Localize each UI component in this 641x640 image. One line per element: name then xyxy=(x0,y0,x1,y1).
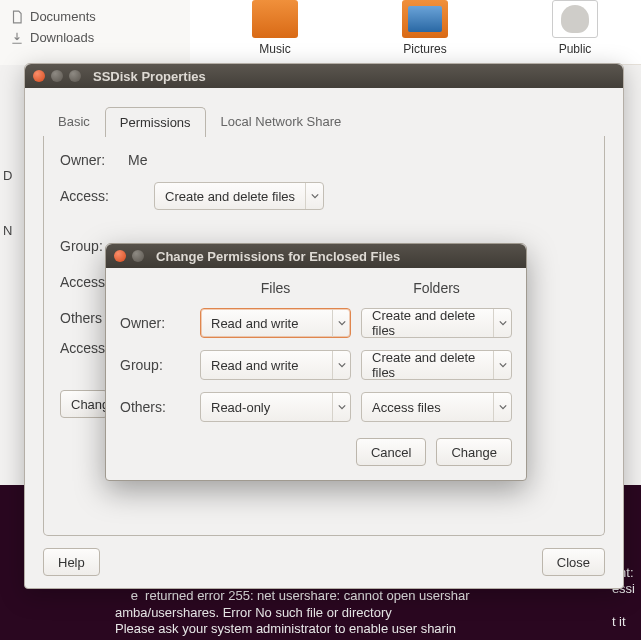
folders-header: Folders xyxy=(361,280,512,296)
change-permissions-dialog: Change Permissions for Enclosed Files Fi… xyxy=(105,243,527,481)
group-folders-combo[interactable]: Create and delete files xyxy=(361,350,512,380)
change-button[interactable]: Change xyxy=(436,438,512,466)
tab-local-network-share[interactable]: Local Network Share xyxy=(206,106,357,136)
others-folders-combo[interactable]: Access files xyxy=(361,392,512,422)
chevron-down-icon xyxy=(332,393,350,421)
chevron-down-icon xyxy=(493,393,511,421)
tab-permissions[interactable]: Permissions xyxy=(105,107,206,137)
owner-label: Owner: xyxy=(60,152,128,168)
cancel-button[interactable]: Cancel xyxy=(356,438,426,466)
row-group-label: Group: xyxy=(120,357,190,373)
access-label: Access: xyxy=(60,188,128,204)
owner-value: Me xyxy=(128,152,147,168)
tabs: Basic Permissions Local Network Share xyxy=(25,88,623,136)
folder-music[interactable]: Music xyxy=(240,0,310,56)
folder-public[interactable]: Public xyxy=(540,0,610,56)
chevron-down-icon xyxy=(493,351,511,379)
row-others-label: Others: xyxy=(120,399,190,415)
close-icon[interactable] xyxy=(114,250,126,262)
sidebar-label: Documents xyxy=(30,9,96,24)
public-icon xyxy=(552,0,598,38)
properties-titlebar[interactable]: SSDisk Properties xyxy=(25,64,623,88)
sidebar-label: Downloads xyxy=(30,30,94,45)
help-button[interactable]: Help xyxy=(43,548,100,576)
files-header: Files xyxy=(200,280,351,296)
minimize-icon[interactable] xyxy=(132,250,144,262)
window-title: SSDisk Properties xyxy=(93,69,206,84)
chevron-down-icon xyxy=(305,183,323,209)
filemanager-icons: Music Pictures Public xyxy=(200,0,641,56)
pictures-icon xyxy=(402,0,448,38)
others-files-combo[interactable]: Read-only xyxy=(200,392,351,422)
bg-letters: D N xyxy=(3,168,12,278)
change-enclosed-button[interactable]: Change xyxy=(60,390,108,418)
chevron-down-icon xyxy=(493,309,511,337)
sidebar-item-documents[interactable]: Documents xyxy=(10,6,180,27)
folder-pictures[interactable]: Pictures xyxy=(390,0,460,56)
tab-basic[interactable]: Basic xyxy=(43,106,105,136)
group-files-combo[interactable]: Read and write xyxy=(200,350,351,380)
combo-value: Create and delete files xyxy=(155,189,305,204)
close-icon[interactable] xyxy=(33,70,45,82)
sidebar-item-downloads[interactable]: Downloads xyxy=(10,27,180,48)
music-icon xyxy=(252,0,298,38)
footer: Help Close xyxy=(43,548,605,576)
document-icon xyxy=(10,10,24,24)
chevron-down-icon xyxy=(332,309,350,337)
owner-files-combo[interactable]: Read and write xyxy=(200,308,351,338)
row-owner-label: Owner: xyxy=(120,315,190,331)
dialog-title: Change Permissions for Enclosed Files xyxy=(156,249,400,264)
filemanager-sidebar: Documents Downloads xyxy=(0,0,190,65)
chevron-down-icon xyxy=(332,351,350,379)
terminal-text: e returned error 255: net usershare: can… xyxy=(115,588,470,636)
dialog-titlebar[interactable]: Change Permissions for Enclosed Files xyxy=(106,244,526,268)
dialog-body: Files Folders Owner: Read and write Crea… xyxy=(106,268,526,480)
owner-folders-combo[interactable]: Create and delete files xyxy=(361,308,512,338)
close-button[interactable]: Close xyxy=(542,548,605,576)
minimize-icon[interactable] xyxy=(51,70,63,82)
download-icon xyxy=(10,31,24,45)
owner-access-combo[interactable]: Create and delete files xyxy=(154,182,324,210)
maximize-icon[interactable] xyxy=(69,70,81,82)
